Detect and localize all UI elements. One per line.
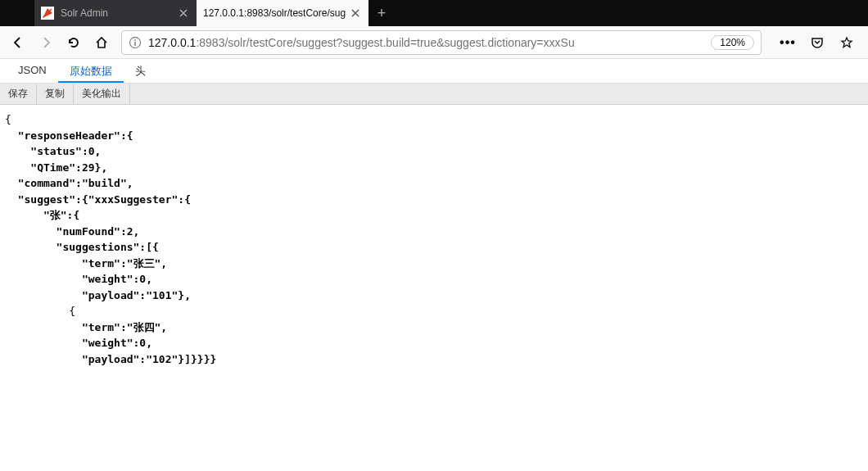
svg-point-2	[134, 39, 136, 41]
tab-title: Solr Admin	[61, 7, 174, 19]
zoom-badge[interactable]: 120%	[711, 35, 754, 50]
tab-json[interactable]: JSON	[7, 59, 58, 83]
tab-current[interactable]: 127.0.0.1:8983/solr/testCore/sug	[197, 0, 368, 26]
reload-button[interactable]	[61, 29, 87, 56]
more-icon[interactable]: •••	[775, 29, 801, 56]
tab-solr-admin[interactable]: Solr Admin	[34, 0, 197, 26]
solr-favicon	[41, 7, 54, 20]
new-tab-button[interactable]: +	[368, 0, 395, 26]
browser-tab-bar: Solr Admin 127.0.0.1:8983/solr/testCore/…	[0, 0, 868, 26]
close-icon[interactable]	[177, 7, 190, 20]
url-bar[interactable]: 127.0.0.1:8983/solr/testCore/suggest?sug…	[121, 30, 762, 55]
pocket-icon[interactable]	[804, 29, 830, 56]
json-viewer-tabs: JSON 原始数据 头	[0, 59, 868, 84]
back-button[interactable]	[5, 29, 31, 56]
json-content: { "responseHeader":{ "status":0, "QTime"…	[0, 105, 868, 374]
forward-button[interactable]	[33, 29, 59, 56]
close-icon[interactable]	[349, 7, 362, 20]
tab-raw-data[interactable]: 原始数据	[58, 59, 124, 83]
url-text: 127.0.0.1:8983/solr/testCore/suggest?sug…	[148, 36, 704, 49]
copy-button[interactable]: 复制	[37, 84, 74, 104]
tab-title: 127.0.0.1:8983/solr/testCore/sug	[203, 7, 346, 19]
svg-rect-3	[134, 42, 136, 46]
save-button[interactable]: 保存	[0, 84, 37, 104]
home-button[interactable]	[88, 29, 115, 56]
tab-spacer	[0, 0, 34, 26]
tab-headers[interactable]: 头	[124, 59, 157, 83]
toolbar-right: •••	[775, 29, 860, 56]
info-icon[interactable]	[129, 36, 142, 49]
pretty-print-button[interactable]: 美化输出	[74, 84, 130, 104]
action-bar: 保存 复制 美化输出	[0, 84, 868, 105]
browser-toolbar: 127.0.0.1:8983/solr/testCore/suggest?sug…	[0, 26, 868, 59]
bookmark-star-icon[interactable]	[834, 29, 860, 56]
